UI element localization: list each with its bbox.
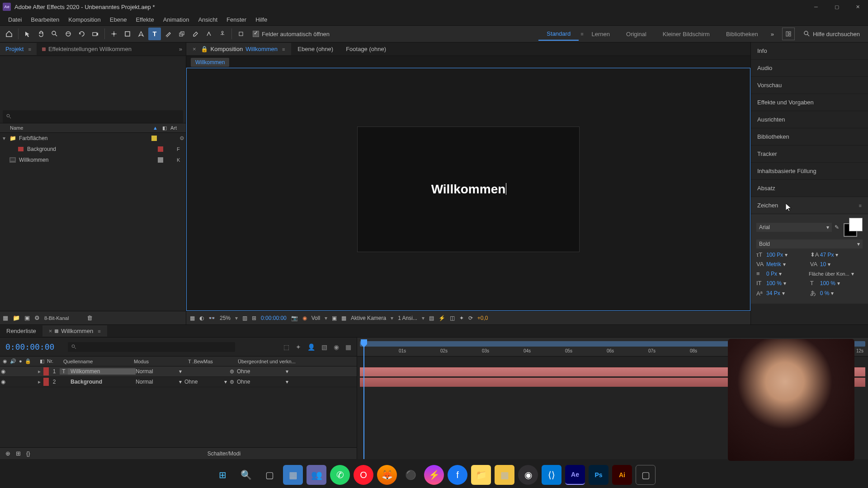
workspace-overflow-icon[interactable]: » [766,31,778,38]
resolution-dropdown[interactable]: Voll [311,315,320,321]
close-button[interactable]: ✕ [847,0,868,14]
eye-column-icon[interactable]: ◉ [3,358,7,364]
parent-dropdown[interactable]: ⊚Ohne▾ [230,379,288,385]
toggle-modes-icon[interactable]: ⊞ [16,450,21,457]
tsume-input[interactable]: あ0 %▾ [810,289,861,297]
task-view-button[interactable]: ▢ [259,465,279,485]
render-queue-tab[interactable]: Renderliste [0,325,42,337]
opera-icon[interactable]: O [354,465,373,485]
color-swatches[interactable] [844,218,863,237]
alpha-icon[interactable]: ▦ [190,315,195,321]
fill-option-dropdown[interactable]: Fläche über Kon...▾ [809,271,863,277]
anchor-tool[interactable] [108,28,120,40]
views-dropdown[interactable]: 1 Ansi... [398,315,417,321]
orbit-tool[interactable] [62,28,75,40]
transparency-icon[interactable]: ▦ [341,315,346,321]
project-row-folder[interactable]: ▾ 📁 Farbflächen ⚙ [0,133,186,144]
minimize-button[interactable]: ─ [806,0,826,14]
grid-icon[interactable]: ⊞ [252,315,256,321]
stroke-width-input[interactable]: ≡0 Px▾ [756,270,806,277]
menu-hilfe[interactable]: Hilfe [251,14,272,25]
facebook-icon[interactable]: f [448,465,467,485]
lock-column-icon[interactable]: 🔒 [25,358,31,364]
puppet-tool[interactable] [216,28,229,40]
workspace-original[interactable]: Original [618,28,655,40]
draft3d-tl-icon[interactable]: ✦ [296,343,301,351]
roto-tool[interactable] [203,28,215,40]
app-icon-3[interactable]: ▢ [636,465,656,485]
menu-ebene[interactable]: Ebene [105,14,132,25]
panel-overflow-icon[interactable]: » [175,46,186,52]
workspace-standard[interactable]: Standard [538,28,579,41]
pen-tool[interactable] [135,28,147,40]
auto-open-checkbox[interactable]: Felder automatisch öffnen [253,31,330,38]
project-row-solid[interactable]: Background F [0,144,186,155]
trash-icon[interactable]: 🗑 [87,314,93,321]
font-family-dropdown[interactable]: Arial▾ [756,223,832,232]
timeline-search[interactable] [68,342,235,352]
selection-tool[interactable] [21,28,34,40]
motion-blur-icon[interactable]: ◉ [334,343,339,351]
brush-tool[interactable] [162,28,175,40]
composition-tab[interactable]: × 🔒 Komposition Willkommen ≡ [186,43,291,55]
maximize-button[interactable]: ▢ [826,0,847,14]
panel-inhalt[interactable]: Inhaltsbasierte Füllung [751,163,868,180]
eyedropper-icon[interactable]: ✎ [835,224,839,230]
panel-audio[interactable]: Audio [751,60,868,77]
toggle-switches-icon[interactable]: ⊕ [5,450,10,457]
teams-icon[interactable]: 👥 [307,465,326,485]
visibility-toggle[interactable]: ◉ [0,379,6,385]
menu-animation[interactable]: Animation [159,14,194,25]
zoom-dropdown[interactable]: 25% [220,315,231,321]
panel-info[interactable]: Info [751,42,868,60]
solo-column-icon[interactable]: ● [19,358,22,364]
menu-datei[interactable]: Datei [4,14,26,25]
messenger-icon[interactable]: ⚡ [424,465,444,485]
timeline-comp-tab[interactable]: × Willkommen ≡ [42,325,107,337]
camera-tool[interactable] [89,28,102,40]
text-tool[interactable]: T [148,28,161,40]
layer-tab[interactable]: Ebene (ohne) [291,43,340,55]
panel-ausrichten[interactable]: Ausrichten [751,111,868,128]
project-tab[interactable]: Projekt≡ [0,43,37,55]
interpret-icon[interactable]: ▦ [3,314,8,321]
exposure-value[interactable]: +0,0 [477,315,488,321]
breadcrumb[interactable]: Willkommen [191,58,229,67]
after-effects-icon[interactable]: Ae [565,465,585,485]
frame-blend-icon[interactable]: ▧ [321,343,327,351]
timeline-layer-2[interactable]: ◉ ▸ 2 Background Normal▾ Ohne▾ ⊚Ohne▾ [0,377,357,387]
color-icon[interactable]: ◉ [302,315,307,321]
label-column[interactable]: ◧ [40,358,44,364]
effect-controls-tab[interactable]: Effekteinstellungen Willkommen [37,43,137,55]
firefox-icon[interactable]: 🦊 [377,465,397,485]
snapshot-icon[interactable]: 📷 [291,315,298,321]
zoom-tool[interactable] [48,28,61,40]
audio-column-icon[interactable]: 🔊 [10,358,16,364]
widgets-button[interactable]: ▦ [283,465,303,485]
current-time[interactable]: 0:00:00:00 [5,342,54,352]
canvas-text-layer[interactable]: Willkommen [431,182,506,197]
panel-effekte[interactable]: Effekte und Vorgaben [751,94,868,111]
font-style-dropdown[interactable]: Bold▾ [756,239,863,249]
shy-icon[interactable]: 👤 [307,343,315,351]
project-search[interactable] [3,110,183,123]
obs-icon[interactable]: ◉ [518,465,538,485]
hand-tool[interactable] [35,28,47,40]
eraser-tool[interactable] [189,28,202,40]
vscale-input[interactable]: IT100 %▾ [756,280,807,286]
3d-icon[interactable]: ◫ [450,315,455,321]
app-icon-2[interactable]: ▦ [495,465,514,485]
roi-icon[interactable]: ▣ [332,315,337,321]
track-matte-dropdown[interactable]: Ohne▾ [184,379,230,385]
blend-mode-dropdown[interactable]: Normal▾ [136,379,184,385]
app-icon-1[interactable]: ⚫ [401,465,420,485]
timeline-layer-1[interactable]: ◉ ▸ 1 T Willkommen Normal▾ ⊚Ohne▾ [0,366,357,377]
switches-modes-toggle[interactable]: Schalter/Modi [208,450,241,457]
shape-tool[interactable] [121,28,134,40]
menu-fenster[interactable]: Fenster [222,14,251,25]
font-size-input[interactable]: τT100 Px▾ [756,251,807,258]
panel-vorschau[interactable]: Vorschau [751,77,868,94]
camera-dropdown[interactable]: Aktive Kamera [351,315,386,321]
timecode-display[interactable]: 0:00:00:00 [261,315,287,321]
vscode-icon[interactable]: ⟨⟩ [542,465,561,485]
